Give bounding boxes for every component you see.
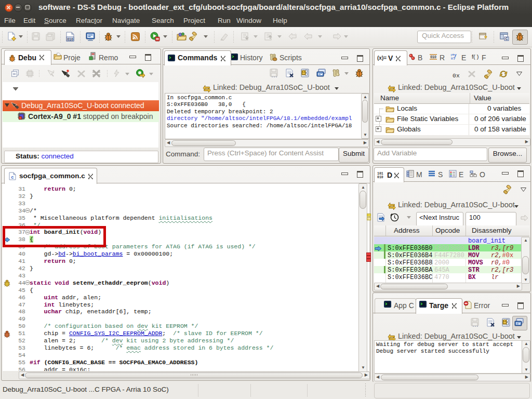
svg-text:c: c [11, 175, 14, 180]
svg-text:C: C [506, 37, 508, 41]
svg-text:010: 010 [67, 37, 73, 41]
svg-text:101: 101 [377, 172, 383, 176]
svg-text:010: 010 [430, 55, 436, 59]
svg-text:010: 010 [377, 176, 383, 179]
svg-text:=?: =? [451, 57, 456, 61]
